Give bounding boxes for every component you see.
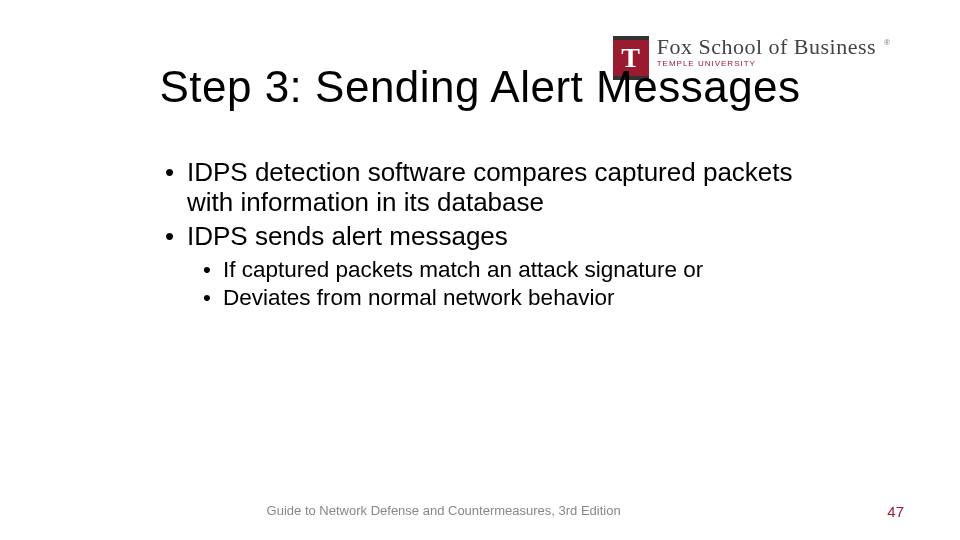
slide-body: • IDPS detection software compares captu… [165,158,825,312]
slide-title: Step 3: Sending Alert Messages [0,62,960,112]
bullet-text: IDPS detection software compares capture… [187,158,825,218]
bullet-icon: • [203,256,223,284]
bullet-level2: • Deviates from normal network behavior [203,284,825,312]
bullet-level2: • If captured packets match an attack si… [203,256,825,284]
bullet-level1: • IDPS sends alert messages [165,222,825,252]
slide: T Fox School of Business TEMPLE UNIVERSI… [0,0,960,540]
bullet-text: If captured packets match an attack sign… [223,256,703,284]
bullet-text: Deviates from normal network behavior [223,284,614,312]
logo-school-name: Fox School of Business [657,36,876,58]
registered-icon: ® [884,38,890,47]
bullet-text: IDPS sends alert messages [187,222,508,252]
footer-citation: Guide to Network Defense and Countermeas… [0,503,887,520]
bullet-level1: • IDPS detection software compares captu… [165,158,825,218]
page-number: 47 [887,503,904,520]
bullet-icon: • [165,158,187,218]
slide-footer: Guide to Network Defense and Countermeas… [0,503,960,520]
bullet-icon: • [165,222,187,252]
bullet-icon: • [203,284,223,312]
